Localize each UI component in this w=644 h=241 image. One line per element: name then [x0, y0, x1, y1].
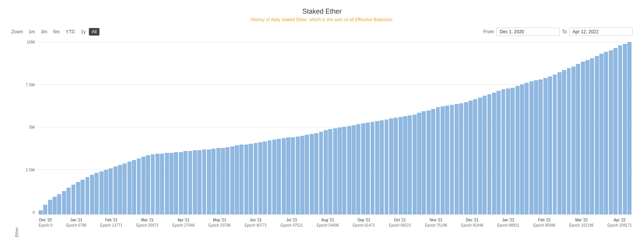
x-month: Jan '22 — [502, 218, 514, 223]
bar-55 — [296, 137, 300, 215]
bar-49 — [268, 140, 272, 215]
bar-120 — [599, 54, 604, 215]
x-epoch: Epoch 109171 — [607, 223, 632, 228]
bar-20 — [132, 160, 136, 215]
bar-125 — [623, 44, 627, 215]
bar-29 — [174, 152, 178, 215]
y-tick-2-5m: 2.5M — [19, 168, 35, 172]
x-epoch: Epoch 75196 — [425, 223, 447, 228]
bar-84 — [431, 109, 435, 215]
x-epoch: Epoch 81946 — [461, 223, 483, 228]
zoom-1m[interactable]: 1m — [26, 28, 38, 36]
x-month: May '21 — [213, 218, 226, 223]
x-label-8: Aug '21Epoch 54496 — [317, 218, 339, 228]
zoom-1y[interactable]: 1y — [78, 28, 88, 36]
x-epoch: Epoch 6796 — [66, 223, 86, 228]
bar-91 — [464, 102, 468, 215]
bar-57 — [305, 135, 309, 215]
bar-94 — [478, 98, 482, 215]
x-month: Aug '21 — [321, 218, 334, 223]
bar-85 — [436, 107, 440, 215]
bar-119 — [595, 56, 599, 215]
bar-115 — [576, 64, 580, 215]
x-month: Dec '20 — [39, 218, 52, 223]
bar-30 — [179, 152, 183, 215]
bar-95 — [483, 96, 487, 215]
bar-68 — [356, 124, 360, 215]
x-epoch: Epoch 33796 — [208, 223, 231, 228]
bar-22 — [141, 157, 146, 215]
x-label-15: Mar '22Epoch 102196 — [569, 218, 594, 228]
bar-18 — [123, 163, 127, 215]
bar-48 — [263, 141, 267, 215]
bar-15 — [109, 168, 113, 215]
bar-74 — [385, 120, 389, 215]
bar-90 — [459, 103, 463, 215]
bar-60 — [319, 132, 323, 215]
x-epoch: Epoch 61471 — [353, 223, 375, 228]
bar-82 — [422, 111, 426, 215]
bar-46 — [254, 143, 258, 215]
bar-108 — [543, 78, 548, 215]
chart-subtitle: History of daily staked Ether, which is … — [11, 17, 633, 22]
bar-9 — [81, 180, 85, 215]
x-label-11: Nov '21Epoch 75196 — [425, 218, 447, 228]
bar-106 — [534, 80, 538, 215]
x-label-2: Feb '21Epoch 13771 — [100, 218, 123, 228]
bar-93 — [473, 99, 477, 215]
bar-67 — [352, 125, 356, 215]
chart-controls: Zoom 1m 3m 6m YTD 1y All From To — [11, 28, 633, 36]
x-month: Mar '21 — [141, 218, 154, 223]
bar-34 — [197, 150, 202, 215]
x-epoch: Epoch 47521 — [281, 223, 303, 228]
zoom-ytd[interactable]: YTD — [63, 28, 78, 36]
bar-44 — [244, 145, 248, 215]
bar-59 — [314, 133, 318, 215]
bar-99 — [501, 89, 506, 215]
to-date-input[interactable] — [569, 28, 633, 36]
x-axis: Dec '20Epoch 0Jan '21Epoch 6796Feb '21Ep… — [38, 215, 633, 237]
bar-92 — [469, 101, 473, 215]
y-tick-7-5m: 7.5M — [19, 82, 35, 87]
x-label-13: Jan '22Epoch 88921 — [497, 218, 519, 228]
x-epoch: Epoch 88921 — [497, 223, 519, 228]
bar-32 — [188, 151, 192, 215]
x-label-6: Jun '21Epoch 40771 — [245, 218, 267, 228]
from-date-input[interactable] — [496, 28, 560, 36]
bar-35 — [202, 149, 206, 215]
bar-0 — [39, 210, 43, 215]
bar-124 — [618, 45, 622, 215]
bar-24 — [151, 154, 155, 215]
bar-80 — [413, 115, 417, 215]
bar-38 — [216, 148, 220, 215]
bar-4 — [57, 194, 61, 215]
bar-66 — [347, 126, 351, 215]
bar-73 — [380, 120, 384, 215]
from-label: From — [483, 29, 494, 34]
chart-inner: 10M 7.5M 5M 2.5M 0 — [19, 40, 633, 237]
bar-76 — [394, 118, 398, 215]
bar-10 — [85, 177, 90, 215]
x-month: Sep '21 — [358, 218, 371, 223]
bar-43 — [239, 145, 244, 215]
bar-50 — [272, 140, 276, 215]
zoom-3m[interactable]: 3m — [38, 28, 50, 36]
bar-37 — [211, 149, 216, 215]
x-epoch: Epoch 95896 — [533, 223, 556, 228]
bar-12 — [95, 173, 99, 215]
bar-70 — [366, 123, 370, 215]
chart-title: Staked Ether — [11, 8, 633, 16]
bar-58 — [310, 134, 314, 215]
bar-72 — [375, 121, 379, 215]
bar-27 — [165, 153, 169, 215]
bar-97 — [492, 93, 496, 215]
bar-75 — [389, 118, 393, 215]
x-label-10: Oct '21Epoch 68221 — [389, 218, 411, 228]
y-tick-0: 0 — [19, 210, 35, 215]
bar-64 — [338, 127, 342, 215]
bar-36 — [207, 149, 211, 215]
chart-area: Ether 10M 7.5M 5M 2.5M — [11, 40, 633, 237]
zoom-all[interactable]: All — [89, 28, 99, 36]
zoom-6m[interactable]: 6m — [51, 28, 62, 36]
bar-121 — [604, 52, 608, 215]
